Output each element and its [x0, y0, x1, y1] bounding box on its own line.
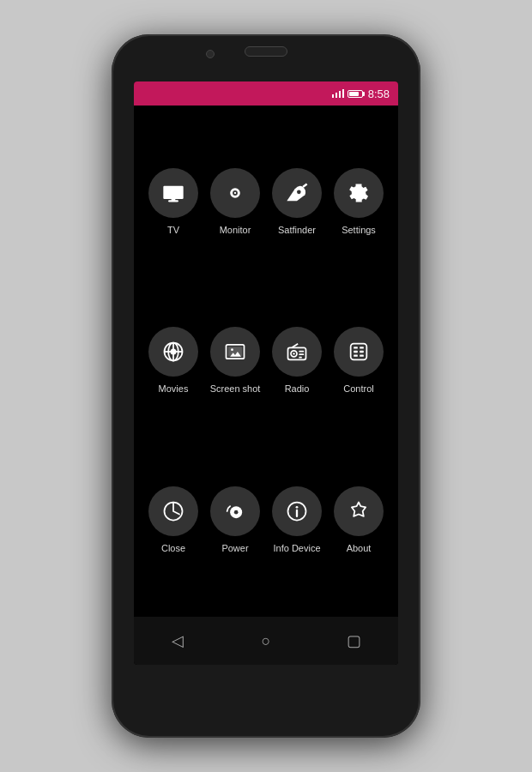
svg-rect-19 — [299, 351, 304, 353]
status-time: 8:58 — [368, 87, 390, 100]
power-icon[interactable] — [210, 486, 260, 536]
nav-back-button[interactable]: ◁ — [160, 624, 195, 658]
control-icon[interactable] — [334, 327, 384, 377]
svg-point-6 — [297, 190, 301, 195]
satfinder-svg — [285, 181, 309, 205]
monitor-label: Monitor — [220, 225, 251, 236]
svg-rect-21 — [299, 357, 302, 359]
grid-row-1: TV Monitor — [142, 168, 390, 236]
infodevice-svg — [285, 499, 309, 523]
screen: 8:58 TV — [134, 81, 398, 665]
app-satfinder[interactable]: Satfinder — [268, 168, 326, 236]
svg-rect-29 — [360, 355, 364, 357]
app-control[interactable]: Control — [329, 327, 388, 395]
svg-rect-26 — [354, 351, 358, 353]
screenshot-svg — [223, 340, 247, 364]
app-settings[interactable]: Settings — [329, 168, 388, 236]
control-svg — [347, 340, 371, 364]
svg-point-15 — [231, 349, 233, 352]
svg-line-7 — [303, 184, 307, 188]
close-svg — [161, 499, 185, 523]
infodevice-label: Info Device — [273, 543, 320, 554]
svg-point-5 — [234, 192, 236, 194]
svg-rect-0 — [163, 186, 183, 199]
app-monitor[interactable]: Monitor — [206, 168, 264, 236]
movies-label: Movies — [159, 383, 189, 395]
app-tv[interactable]: TV — [144, 168, 203, 236]
settings-svg — [347, 181, 371, 205]
app-power[interactable]: Power — [206, 486, 264, 554]
nav-recent-button[interactable]: ▢ — [337, 624, 372, 658]
svg-point-18 — [293, 353, 294, 355]
app-movies[interactable]: Movies — [144, 327, 203, 395]
about-svg — [347, 499, 371, 523]
camera — [206, 50, 215, 58]
status-icons: 8:58 — [332, 87, 390, 100]
radio-icon[interactable] — [272, 327, 322, 377]
app-screenshot[interactable]: Screen shot — [206, 327, 264, 395]
battery-icon — [348, 90, 365, 98]
grid-row-2: Movies Screen shot — [142, 327, 390, 395]
satfinder-label: Satfinder — [278, 225, 316, 236]
svg-rect-24 — [354, 347, 358, 349]
signal-icon — [332, 89, 344, 98]
settings-icon[interactable] — [334, 168, 384, 218]
about-label: About — [347, 543, 372, 554]
svg-rect-23 — [351, 344, 367, 360]
status-bar: 8:58 — [134, 81, 398, 106]
power-svg — [223, 499, 247, 523]
svg-point-35 — [296, 506, 299, 509]
about-icon[interactable] — [334, 486, 384, 536]
app-grid: TV Monitor — [134, 106, 398, 617]
radio-svg — [285, 340, 309, 364]
svg-rect-27 — [360, 351, 364, 353]
tv-svg — [161, 181, 185, 205]
nav-bar: ◁ ○ ▢ — [134, 617, 398, 665]
settings-label: Settings — [342, 225, 376, 236]
tv-icon[interactable] — [148, 168, 198, 218]
svg-point-32 — [234, 510, 239, 515]
app-about[interactable]: About — [329, 486, 388, 554]
app-radio[interactable]: Radio — [268, 327, 326, 395]
svg-rect-20 — [299, 354, 304, 356]
satfinder-icon[interactable] — [272, 168, 322, 218]
nav-home-button[interactable]: ○ — [249, 624, 283, 658]
grid-row-3: Close Power — [142, 486, 390, 554]
close-icon[interactable] — [148, 486, 198, 536]
speaker — [245, 46, 287, 57]
radio-label: Radio — [285, 383, 310, 395]
app-close[interactable]: Close — [144, 486, 203, 554]
infodevice-icon[interactable] — [272, 486, 322, 536]
screenshot-label: Screen shot — [210, 383, 261, 395]
power-label: Power — [221, 543, 248, 554]
svg-rect-25 — [360, 347, 364, 349]
phone-frame: 8:58 TV — [112, 34, 420, 738]
monitor-icon[interactable] — [210, 168, 260, 218]
svg-rect-2 — [172, 199, 176, 201]
app-infodevice[interactable]: Info Device — [268, 486, 326, 554]
monitor-svg — [223, 181, 247, 205]
movies-svg — [161, 340, 185, 364]
movies-icon[interactable] — [148, 327, 198, 377]
tv-label: TV — [167, 225, 179, 236]
screenshot-icon[interactable] — [210, 327, 260, 377]
control-label: Control — [343, 383, 373, 395]
svg-rect-28 — [354, 355, 358, 357]
close-label: Close — [161, 543, 185, 554]
